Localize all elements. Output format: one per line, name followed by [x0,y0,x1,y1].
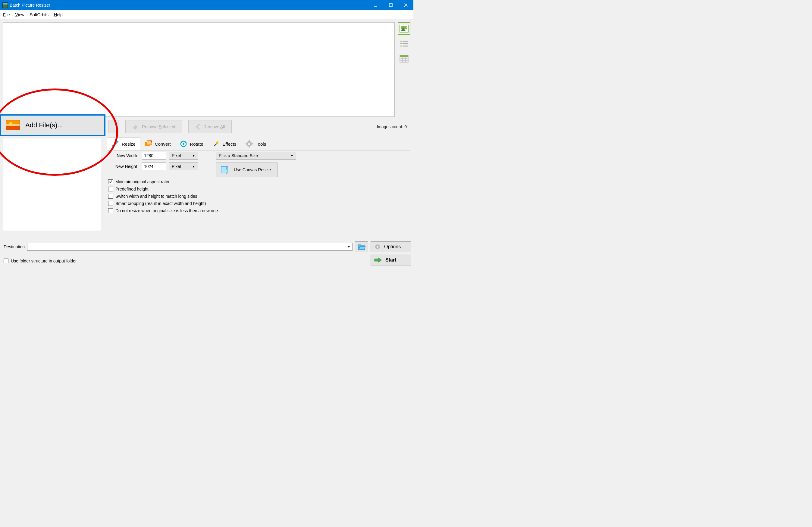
chevron-down-icon: ▼ [347,245,350,249]
smart-cropping-label: Smart cropping (result in exact width an… [115,201,206,206]
remove-all-button[interactable]: Remove All [188,120,232,133]
svg-point-12 [401,45,402,47]
start-label: Start [386,257,396,263]
view-thumbnails-button[interactable] [398,22,410,35]
app-icon [2,2,8,8]
svg-rect-1 [389,4,392,6]
svg-rect-33 [249,146,250,148]
height-unit-combo[interactable]: Pixel▼ [169,163,198,170]
menu-help[interactable]: Help [54,12,63,17]
remove-selected-label: Remove Selected [142,124,175,129]
use-canvas-resize-button[interactable]: Use Canvas Resize [216,163,277,177]
maintain-aspect-label: Maintain original aspect ratio [115,179,169,184]
svg-rect-34 [246,143,247,145]
use-folder-structure-checkbox[interactable] [4,258,9,264]
destination-label: Destination [4,244,25,249]
folder-open-icon [358,243,365,250]
rotate-icon [179,140,187,148]
start-arrow-icon [374,257,382,263]
new-width-input[interactable] [142,152,166,160]
close-button[interactable] [398,0,414,10]
new-height-label: New Height [107,164,137,169]
view-details-button[interactable] [398,52,410,65]
image-preview-pane[interactable] [3,22,395,117]
add-folder-button[interactable] [108,120,119,133]
svg-point-42 [377,246,378,248]
maximize-button[interactable] [383,0,398,10]
tab-tools-label: Tools [256,141,266,147]
images-count-label: Images count: 0 [377,124,407,129]
view-list-button[interactable] [398,37,410,50]
svg-marker-43 [375,258,382,262]
remove-selected-button[interactable]: Remove Selected [125,120,182,133]
predefined-height-checkbox[interactable] [108,186,113,192]
chevron-down-icon: ▼ [290,154,293,157]
svg-point-31 [248,143,250,145]
canvas-resize-icon [220,165,230,174]
tab-rotate[interactable]: Rotate [175,137,207,150]
svg-point-8 [401,41,402,42]
left-panel-blank [3,138,101,230]
new-width-label: New Width [107,153,137,158]
svg-rect-35 [251,143,253,145]
svg-point-27 [183,143,184,145]
tab-convert[interactable]: Convert [140,137,175,150]
options-label: Options [384,244,401,250]
width-unit-combo[interactable]: Pixel▼ [169,152,198,160]
svg-rect-14 [400,55,408,57]
predefined-height-label: Predefined height [115,186,148,192]
use-folder-structure-label: Use folder structure in output folder [11,258,77,264]
destination-combo[interactable]: ▼ [27,243,352,251]
convert-icon [145,140,153,148]
tab-effects[interactable]: Effects [208,137,241,150]
browse-destination-button[interactable] [355,241,368,252]
start-button[interactable]: Start [371,255,411,266]
menu-view[interactable]: View [15,12,25,17]
maintain-aspect-checkbox[interactable] [108,179,113,184]
tools-icon [245,140,253,148]
canvas-resize-label: Use Canvas Resize [234,167,271,172]
options-button[interactable]: Options [371,241,411,252]
tab-tools[interactable]: Tools [241,137,271,150]
no-resize-small-label: Do not resize when original size is less… [115,208,218,213]
svg-marker-40 [359,246,365,250]
new-height-input[interactable] [142,163,166,170]
svg-point-7 [406,27,407,28]
tab-resize[interactable]: Resize [107,137,140,150]
switch-wh-checkbox[interactable] [108,194,113,199]
chevron-down-icon: ▼ [192,154,195,157]
no-resize-small-checkbox[interactable] [108,208,113,213]
switch-wh-label: Switch width and height to match long si… [115,194,197,199]
gear-icon [374,243,381,251]
standard-size-combo[interactable]: Pick a Standard Size▼ [216,152,296,160]
svg-point-10 [401,43,402,44]
eraser-icon [132,123,139,130]
svg-line-20 [113,141,118,146]
minimize-button[interactable] [368,0,383,10]
window-title: Batch Picture Resizer [10,3,50,7]
add-files-label: Add File(s)... [25,121,63,129]
remove-all-label: Remove All [204,124,225,129]
chevron-left-icon [195,123,201,130]
tab-rotate-label: Rotate [190,141,203,147]
add-files-button[interactable]: Add File(s)... [0,115,105,136]
picture-icon [6,120,20,130]
smart-cropping-checkbox[interactable] [108,201,113,206]
chevron-down-icon: ▼ [192,165,195,168]
tab-convert-label: Convert [155,141,171,147]
tab-effects-label: Effects [223,141,236,147]
effects-icon [213,140,220,148]
tab-resize-label: Resize [122,141,135,147]
menu-file[interactable]: File [3,12,10,17]
resize-icon [112,140,119,148]
svg-rect-32 [249,140,250,142]
menu-softorbits[interactable]: SoftOrbits [30,12,48,17]
svg-rect-36 [221,166,228,173]
